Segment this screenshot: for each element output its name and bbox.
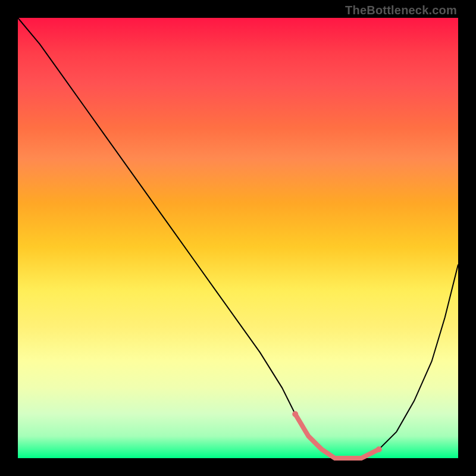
valley-highlight <box>295 414 379 458</box>
valley-dot-right <box>376 446 382 452</box>
watermark-text: TheBottleneck.com <box>345 4 457 17</box>
bottleneck-curve <box>18 18 458 458</box>
chart-curve-svg <box>18 18 458 458</box>
valley-dot-left <box>292 411 298 417</box>
chart-plot-area <box>18 18 458 458</box>
